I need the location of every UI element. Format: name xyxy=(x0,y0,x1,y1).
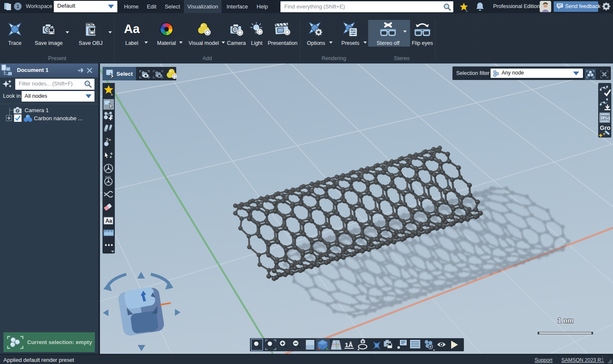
svg-text:Aa: Aa xyxy=(105,218,112,224)
svg-text:Gro: Gro xyxy=(600,124,610,131)
svg-text:OBJ: OBJ xyxy=(86,23,92,26)
svg-text:1: 1 xyxy=(17,4,19,9)
svg-text:2+: 2+ xyxy=(106,137,111,142)
svg-text:1Å: 1Å xyxy=(345,341,353,348)
svg-text:1 nm: 1 nm xyxy=(558,317,573,324)
svg-text:Aa: Aa xyxy=(124,22,140,36)
